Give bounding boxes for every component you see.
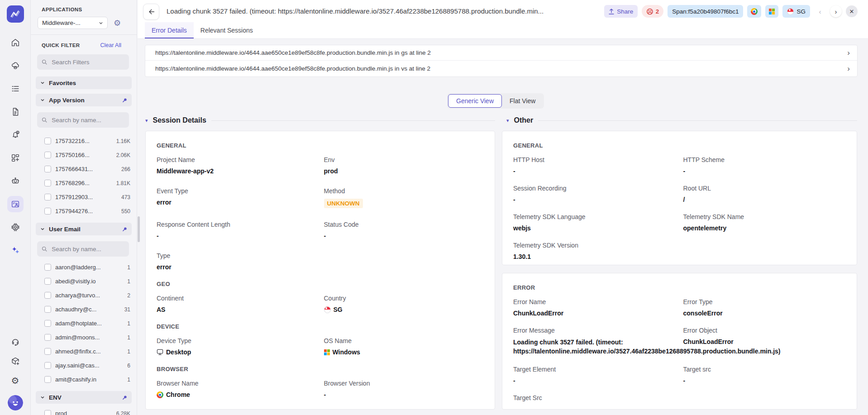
country-badge[interactable]: SG <box>782 5 810 18</box>
view-toggle: Generic View Flat View <box>447 93 544 109</box>
list-item[interactable]: prod6.28K <box>31 406 137 415</box>
app-version-search-input[interactable] <box>51 116 124 124</box>
collapse-triangle-icon[interactable]: ▾ <box>145 118 148 124</box>
collapse-triangle-icon[interactable]: ▾ <box>506 118 509 124</box>
os-windows-badge[interactable] <box>765 5 778 18</box>
section-app-version[interactable]: App Version <box>36 94 132 106</box>
chrome-icon <box>751 8 758 15</box>
checkbox[interactable] <box>44 180 51 186</box>
logs-icon[interactable] <box>10 84 20 94</box>
integrations-box-icon[interactable] <box>10 356 20 366</box>
checkbox[interactable] <box>44 194 51 200</box>
checkbox[interactable] <box>44 348 51 355</box>
checkbox[interactable] <box>44 138 51 144</box>
previous-button[interactable]: ‹ <box>814 5 826 17</box>
home-icon[interactable] <box>10 38 20 48</box>
pin-icon[interactable] <box>122 98 127 103</box>
filter-search[interactable] <box>37 54 129 70</box>
group-device: DEVICE Device TypeDesktop OS NameWindows <box>157 323 484 356</box>
section-env[interactable]: ENV <box>36 391 132 404</box>
checkbox[interactable] <box>44 278 51 285</box>
alerts-icon[interactable] <box>10 130 20 140</box>
section-favorites[interactable]: Favorites <box>36 76 132 89</box>
browser-chrome-badge[interactable] <box>747 5 761 18</box>
list-item[interactable]: acharya@turvo...2 <box>31 288 137 302</box>
user-avatar[interactable] <box>8 395 23 410</box>
stack-frame-row[interactable]: https://talentonline.middleware.io/4644.… <box>145 45 857 60</box>
checkbox[interactable] <box>44 306 51 313</box>
checkbox[interactable] <box>44 264 51 271</box>
list-item[interactable]: aaron@ladderg...1 <box>31 260 137 274</box>
pin-icon[interactable] <box>122 227 127 232</box>
list-item[interactable]: ahmed@finflx.c...1 <box>31 344 137 358</box>
list-item[interactable]: 1757912903...473 <box>31 190 137 204</box>
singapore-flag-icon <box>787 8 794 15</box>
reports-icon[interactable] <box>10 107 20 117</box>
session-details-title: Session Details <box>153 116 206 124</box>
list-item[interactable]: abedi@visitly.io1 <box>31 274 137 288</box>
count-badge: 550 <box>121 208 130 215</box>
clear-all-button[interactable]: Clear All <box>100 42 121 48</box>
other-title: Other <box>514 116 534 124</box>
quick-filter-label: QUICK FILTER <box>42 43 80 48</box>
checkbox[interactable] <box>44 208 51 215</box>
infrastructure-icon[interactable] <box>10 61 20 71</box>
application-settings-gear-icon[interactable]: ⚙ <box>114 19 121 27</box>
frustration-count-badge[interactable]: ☹ 2 <box>642 5 663 18</box>
back-button[interactable] <box>143 4 159 20</box>
flat-view-button[interactable]: Flat View <box>502 94 543 108</box>
span-badge[interactable]: Span:f5a20b49807f6bc1 <box>668 5 743 18</box>
share-button[interactable]: Share <box>604 5 638 18</box>
group-geo: GEO ContinentAS CountrySG <box>157 281 484 313</box>
chevron-down-icon <box>40 98 45 102</box>
user-email-search[interactable] <box>37 241 129 257</box>
application-selector[interactable]: Middleware-... <box>38 17 108 29</box>
count-badge: 1.81K <box>116 180 130 186</box>
list-item[interactable]: amit@cashify.in1 <box>31 372 137 386</box>
list-item[interactable]: 175732216...1.16K <box>31 134 137 148</box>
list-item[interactable]: 175750166...2.06K <box>31 148 137 162</box>
checkbox[interactable] <box>44 362 51 369</box>
field-status-code: Status Code- <box>324 221 484 239</box>
scrollbar-thumb[interactable] <box>138 216 140 242</box>
list-item[interactable]: admin@moons...1 <box>31 330 137 344</box>
generic-view-button[interactable]: Generic View <box>448 94 502 108</box>
other-error-card: ERROR Error NameChunkLoadError Error Typ… <box>502 273 857 410</box>
checkbox[interactable] <box>44 320 51 327</box>
tab-error-details[interactable]: Error Details <box>145 22 194 38</box>
rum-icon[interactable] <box>7 196 24 212</box>
filter-search-input[interactable] <box>51 58 124 66</box>
support-headset-icon[interactable] <box>10 337 20 347</box>
list-item[interactable]: 1757666431...266 <box>31 162 137 176</box>
checkbox[interactable] <box>44 334 51 341</box>
stack-frame-row[interactable]: https://talentonline.middleware.io/4644.… <box>145 60 857 76</box>
list-item[interactable]: achaudhry@c...31 <box>31 302 137 316</box>
pin-icon[interactable] <box>122 395 127 400</box>
list-item[interactable]: ajay.saini@cas...6 <box>31 358 137 372</box>
checkbox[interactable] <box>44 410 51 415</box>
user-email-search-input[interactable] <box>51 245 124 253</box>
next-button[interactable]: › <box>830 5 842 17</box>
list-item[interactable]: 1757944276...550 <box>31 204 137 218</box>
list-item[interactable]: 175768296...1.81K <box>31 176 137 190</box>
checkbox[interactable] <box>44 152 51 158</box>
list-item[interactable]: adam@hotplate...1 <box>31 316 137 330</box>
processes-chip-icon[interactable] <box>10 222 20 232</box>
middleware-logo-icon[interactable] <box>7 5 24 23</box>
ai-assist-icon[interactable] <box>10 245 20 255</box>
group-other-general: GENERAL HTTP Host- HTTP Scheme- Session … <box>513 142 846 260</box>
field-target-src: Target Src- <box>513 394 676 410</box>
checkbox[interactable] <box>44 166 51 172</box>
checkbox[interactable] <box>44 376 51 383</box>
desktop-icon <box>157 349 163 355</box>
assistant-bot-icon[interactable] <box>10 176 20 186</box>
app-version-search[interactable] <box>37 112 129 128</box>
close-icon[interactable]: ✕ <box>846 5 858 17</box>
chevron-right-icon: › <box>847 49 850 57</box>
windows-icon <box>769 9 775 14</box>
checkbox[interactable] <box>44 292 51 299</box>
section-user-email[interactable]: User Email <box>36 223 132 235</box>
settings-gear-icon[interactable]: ⚙ <box>10 376 20 386</box>
tab-relevant-sessions[interactable]: Relevant Sessions <box>194 22 260 38</box>
dashboards-icon[interactable] <box>10 153 20 163</box>
